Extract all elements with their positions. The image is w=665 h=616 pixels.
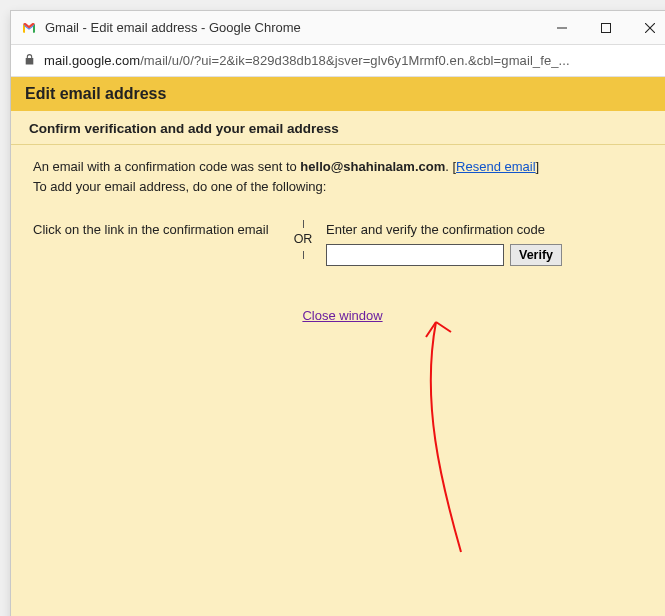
or-divider: OR: [288, 220, 318, 259]
page-content: Edit email address Confirm verification …: [11, 77, 665, 616]
close-window-link[interactable]: Close window: [302, 308, 382, 323]
url-host: mail.google.com: [44, 53, 140, 68]
sent-prefix: An email with a confirmation code was se…: [33, 159, 300, 174]
enter-code-label: Enter and verify the confirmation code: [326, 220, 652, 240]
or-label: OR: [294, 228, 313, 251]
resend-email-link[interactable]: Resend email: [456, 159, 536, 174]
page-subheader: Confirm verification and add your email …: [11, 111, 665, 145]
window-title: Gmail - Edit email address - Google Chro…: [45, 20, 540, 35]
verify-button[interactable]: Verify: [510, 244, 562, 266]
option-link-text: Click on the link in the confirmation em…: [33, 220, 288, 240]
url-path: /mail/u/0/?ui=2&ik=829d38db18&jsver=glv6…: [140, 53, 570, 68]
gmail-favicon-icon: [21, 20, 37, 36]
url-text: mail.google.com/mail/u/0/?ui=2&ik=829d38…: [44, 53, 570, 68]
divider-tick-icon: [303, 220, 304, 228]
chrome-window: Gmail - Edit email address - Google Chro…: [10, 10, 665, 616]
option-code: Enter and verify the confirmation code V…: [318, 220, 652, 266]
divider-tick-icon: [303, 251, 304, 259]
page-header: Edit email address: [11, 77, 665, 111]
title-bar: Gmail - Edit email address - Google Chro…: [11, 11, 665, 45]
annotation-arrow-icon: [391, 302, 511, 562]
close-window-button[interactable]: [628, 13, 665, 43]
sent-suffix: To add your email address, do one of the…: [33, 179, 326, 194]
svg-rect-0: [602, 23, 611, 32]
minimize-button[interactable]: [540, 13, 584, 43]
lock-icon: [23, 53, 36, 69]
sent-message: An email with a confirmation code was se…: [33, 157, 652, 196]
maximize-button[interactable]: [584, 13, 628, 43]
confirmation-code-input[interactable]: [326, 244, 504, 266]
options-row: Click on the link in the confirmation em…: [33, 220, 652, 266]
body-area: An email with a confirmation code was se…: [11, 145, 665, 325]
sent-email: hello@shahinalam.com: [300, 159, 445, 174]
address-bar[interactable]: mail.google.com/mail/u/0/?ui=2&ik=829d38…: [11, 45, 665, 77]
